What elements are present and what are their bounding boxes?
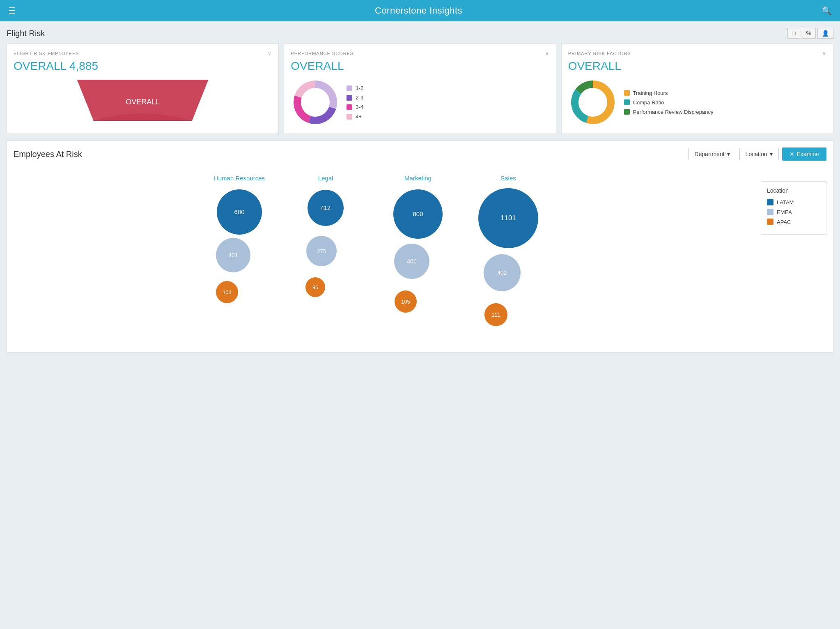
- performance-scores-card: PERFORMANCE SCORES ∨ OVERALL 1-2: [284, 44, 556, 134]
- flight-risk-header: Flight Risk □ % 👤: [7, 28, 833, 39]
- app-header: ☰ Cornerstone Insights 🔍: [0, 0, 840, 21]
- svg-point-5: [302, 89, 328, 115]
- percent-button[interactable]: %: [802, 28, 816, 39]
- performance-donut-svg: [291, 78, 340, 127]
- location-dropdown[interactable]: Location ▾: [739, 148, 779, 160]
- legend-color-4plus: [347, 114, 352, 120]
- location-legend-title: Location: [767, 187, 820, 194]
- funnel-chart: OVERALL: [14, 78, 272, 123]
- cards-row: FLIGHT RISK EMPLOYEES ∨ OVERALL 4,885 OV…: [7, 44, 833, 134]
- legend-item-compa: Compa Ratio: [624, 99, 714, 106]
- risk-factors-overall-value: OVERALL: [568, 60, 826, 73]
- emea-color: [767, 209, 773, 215]
- performance-card-label: PERFORMANCE SCORES ∨: [291, 51, 549, 56]
- chevron-down-icon[interactable]: ∨: [268, 51, 272, 56]
- examine-button[interactable]: ✕ Examine: [782, 147, 826, 161]
- latam-color: [767, 199, 773, 205]
- department-dropdown[interactable]: Department ▾: [688, 148, 736, 160]
- legend-item-apac: APAC: [767, 219, 820, 225]
- svg-text:95: 95: [312, 285, 318, 290]
- risk-controls: Department ▾ Location ▾ ✕ Examine: [688, 147, 826, 161]
- svg-point-9: [580, 89, 606, 115]
- chevron-down-icon[interactable]: ∨: [545, 51, 549, 56]
- chevron-down-icon[interactable]: ∨: [822, 51, 826, 56]
- performance-overall-value: OVERALL: [291, 60, 549, 73]
- search-icon[interactable]: 🔍: [822, 6, 832, 16]
- employees-overall-value: OVERALL 4,885: [14, 60, 272, 73]
- chevron-down-icon: ▾: [770, 151, 773, 157]
- legend-item-latam: LATAM: [767, 199, 820, 205]
- flight-risk-title: Flight Risk: [7, 29, 45, 38]
- legend-item-2-3: 2-3: [347, 94, 363, 101]
- section-actions: □ % 👤: [787, 28, 833, 39]
- legend-color-3-4: [347, 104, 352, 110]
- legend-color-compa: [624, 99, 630, 105]
- primary-risk-factors-card: PRIMARY RISK FACTORS ∨ OVERALL Training …: [561, 44, 833, 134]
- bubble-chart-svg: Human Resources 680 401 103 Legal 412 27…: [14, 169, 761, 346]
- svg-text:412: 412: [321, 205, 330, 211]
- legend-item-perf-review: Performance Review Discrepancy: [624, 109, 714, 115]
- legend-color-perf-review: [624, 109, 630, 115]
- flight-risk-employees-card: FLIGHT RISK EMPLOYEES ∨ OVERALL 4,885 OV…: [7, 44, 279, 134]
- funnel-svg: OVERALL: [14, 78, 272, 123]
- legend-color-1-2: [347, 85, 352, 91]
- app-title: Cornerstone Insights: [375, 5, 462, 16]
- expand-button[interactable]: □: [787, 28, 800, 39]
- svg-text:275: 275: [317, 248, 326, 254]
- main-content: Flight Risk □ % 👤 FLIGHT RISK EMPLOYEES …: [0, 21, 840, 359]
- svg-text:1101: 1101: [500, 214, 516, 222]
- performance-legend: 1-2 2-3 3-4 4+: [347, 85, 363, 120]
- svg-text:103: 103: [223, 289, 232, 295]
- svg-text:401: 401: [228, 252, 238, 258]
- svg-text:111: 111: [491, 312, 500, 318]
- legend-item-4plus: 4+: [347, 113, 363, 120]
- dept-legal-label: Legal: [318, 175, 333, 182]
- svg-text:402: 402: [497, 270, 507, 276]
- person-button[interactable]: 👤: [817, 28, 833, 39]
- legend-item-1-2: 1-2: [347, 85, 363, 91]
- employees-at-risk-section: Employees At Risk Department ▾ Location …: [7, 141, 833, 353]
- bubble-chart-area: Human Resources 680 401 103 Legal 412 27…: [14, 169, 826, 346]
- svg-text:400: 400: [407, 258, 417, 265]
- risk-factors-donut-container: Training Hours Compa Ratio Performance R…: [568, 78, 826, 127]
- svg-text:680: 680: [234, 208, 244, 215]
- location-legend: Location LATAM EMEA APAC: [761, 181, 826, 235]
- employees-card-label: FLIGHT RISK EMPLOYEES ∨: [14, 51, 272, 56]
- examine-icon: ✕: [790, 151, 794, 157]
- dept-sales-label: Sales: [500, 175, 516, 182]
- chevron-down-icon: ▾: [727, 151, 730, 157]
- risk-factors-card-label: PRIMARY RISK FACTORS ∨: [568, 51, 826, 56]
- risk-section-header: Employees At Risk Department ▾ Location …: [14, 147, 826, 161]
- svg-text:OVERALL: OVERALL: [126, 98, 160, 106]
- menu-icon[interactable]: ☰: [8, 6, 16, 16]
- svg-text:105: 105: [401, 299, 410, 305]
- legend-item-emea: EMEA: [767, 209, 820, 215]
- risk-section-title: Employees At Risk: [14, 150, 82, 159]
- apac-color: [767, 219, 773, 225]
- performance-donut-container: 1-2 2-3 3-4 4+: [291, 78, 549, 127]
- dept-hr-label: Human Resources: [214, 175, 265, 182]
- legend-item-3-4: 3-4: [347, 104, 363, 110]
- legend-item-training: Training Hours: [624, 90, 714, 96]
- legend-color-2-3: [347, 95, 352, 101]
- risk-factors-legend: Training Hours Compa Ratio Performance R…: [624, 90, 714, 115]
- risk-factors-donut-svg: [568, 78, 617, 127]
- legend-color-training: [624, 90, 630, 96]
- svg-text:800: 800: [413, 210, 423, 217]
- dept-marketing-label: Marketing: [404, 175, 431, 182]
